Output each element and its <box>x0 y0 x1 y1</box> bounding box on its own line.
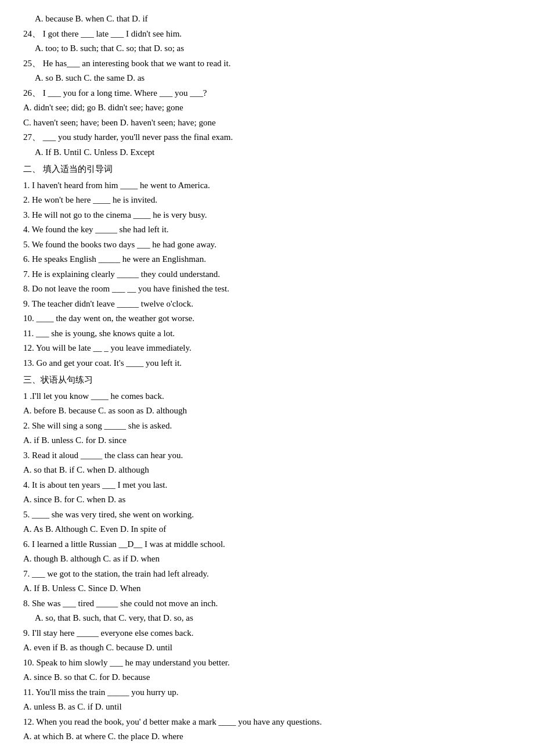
line-l39: A. If B. Unless C. Since D. When <box>23 581 511 596</box>
line-l21: 10. ____ the day went on, the weather go… <box>23 311 511 326</box>
line-l45: A. since B. so that C. for D. because <box>23 670 511 685</box>
line-l11: 二、 填入适当的引导词 <box>23 162 511 177</box>
line-l25: 三、状语从句练习 <box>23 373 511 388</box>
line-l46: 11. You'll miss the train _____ you hurr… <box>23 685 511 700</box>
line-l13: 2. He won't be here ____ he is invited. <box>23 193 511 208</box>
line-l43: A. even if B. as though C. because D. un… <box>23 640 511 656</box>
line-l36: 6. I learned a little Russian __D__ I wa… <box>23 537 511 552</box>
line-l1: A. because B. when C. that D. if <box>23 12 511 27</box>
line-l6: 26、 I ___ you for a long time. Where ___… <box>23 86 511 101</box>
line-l40: 8. She was ___ tired _____ she could not… <box>23 596 511 611</box>
line-l22: 11. ___ she is young, she knows quite a … <box>23 326 511 341</box>
line-l37: A. though B. although C. as if D. when <box>23 552 511 567</box>
line-l48: 12. When you read the book, you' d bette… <box>23 715 511 730</box>
line-l4: 25、 He has___ an interesting book that w… <box>23 56 511 71</box>
line-l19: 8. Do not leave the room ___ __ you have… <box>23 282 511 297</box>
line-l8: C. haven't seen; have; been D. haven't s… <box>23 116 511 131</box>
line-l44: 10. Speak to him slowly ___ he may under… <box>23 656 511 671</box>
line-l33: A. since B. for C. when D. as <box>23 492 511 507</box>
line-l3: A. too; to B. such; that C. so; that D. … <box>23 41 511 56</box>
line-l9: 27、 ___ you study harder, you'll never p… <box>23 130 511 145</box>
line-l12: 1. I haven't heard from him ____ he went… <box>23 178 511 193</box>
line-l18: 7. He is explaining clearly _____ they c… <box>23 267 511 282</box>
line-l24: 13. Go and get your coat. It's ____ you … <box>23 356 511 371</box>
line-l2: 24、 I got there ___ late ___ I didn't se… <box>23 27 511 42</box>
line-l29: A. if B. unless C. for D. since <box>23 433 511 448</box>
line-l49: A. at which B. at where C. the place D. … <box>23 729 511 744</box>
line-l10: A. If B. Until C. Unless D. Except <box>23 145 511 160</box>
line-l28: 2. She will sing a song _____ she is ask… <box>23 419 511 434</box>
line-l20: 9. The teacher didn't leave _____ twelve… <box>23 297 511 312</box>
line-l27: A. before B. because C. as soon as D. al… <box>23 404 511 419</box>
line-l31: A. so that B. if C. when D. although <box>23 463 511 478</box>
line-l32: 4. It is about ten years ___ I met you l… <box>23 478 511 493</box>
line-l35: A. As B. Although C. Even D. In spite of <box>23 522 511 537</box>
line-l30: 3. Read it aloud _____ the class can hea… <box>23 448 511 463</box>
line-l14: 3. He will not go to the cinema ____ he … <box>23 208 511 223</box>
line-l26: 1 .I'll let you know ____ he comes back. <box>23 389 511 404</box>
line-l42: 9. I'll stay here _____ everyone else co… <box>23 626 511 641</box>
line-l47: A. unless B. as C. if D. until <box>23 700 511 715</box>
line-l16: 5. We found the books two days ___ he ha… <box>23 237 511 253</box>
line-l23: 12. You will be late __ _ you leave imme… <box>23 341 511 356</box>
line-l7: A. didn't see; did; go B. didn't see; ha… <box>23 100 511 116</box>
main-content: A. because B. when C. that D. if24、 I go… <box>23 12 511 744</box>
line-l15: 4. We found the key _____ she had left i… <box>23 222 511 237</box>
line-l34: 5. ____ she was very tired, she went on … <box>23 507 511 523</box>
line-l41: A. so, that B. such, that C. very, that … <box>23 611 511 626</box>
line-l17: 6. He speaks English _____ he were an En… <box>23 252 511 267</box>
line-l38: 7. ___ we got to the station, the train … <box>23 567 511 582</box>
line-l5: A. so B. such C. the same D. as <box>23 71 511 86</box>
